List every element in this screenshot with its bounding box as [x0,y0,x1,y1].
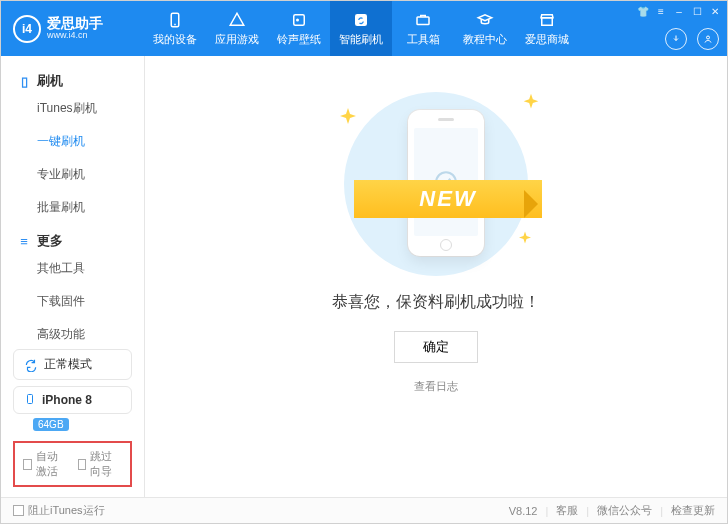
sidebar-item-advanced[interactable]: 高级功能 [1,318,144,341]
download-button[interactable] [665,28,687,50]
sidebar-item-one-key-flash[interactable]: 一键刷机 [1,125,144,158]
svg-point-7 [707,36,710,39]
store-icon [538,11,556,29]
app-name: 爱思助手 [47,16,103,30]
svg-rect-8 [28,395,33,404]
svg-rect-6 [542,17,553,25]
view-log-link[interactable]: 查看日志 [414,379,458,394]
version-label: V8.12 [509,505,538,517]
svg-rect-5 [417,17,429,25]
phone-outline-icon: ▯ [17,74,31,89]
toolbox-icon [414,11,432,29]
storage-badge: 64GB [33,418,69,431]
title-bar: i4 爱思助手 www.i4.cn 我的设备 应用游戏 铃声壁纸 智能刷机 [1,1,727,56]
device-name: iPhone 8 [42,393,92,407]
success-message: 恭喜您，保资料刷机成功啦！ [332,292,540,313]
body: ▯ 刷机 iTunes刷机 一键刷机 专业刷机 批量刷机 ≡ 更多 其他工具 下… [1,56,727,497]
new-ribbon: NEW [354,172,542,228]
sidebar-item-download-fw[interactable]: 下载固件 [1,285,144,318]
checkbox-label: 阻止iTunes运行 [28,503,105,518]
user-button[interactable] [697,28,719,50]
sparkle-icon [336,106,360,130]
svg-point-3 [296,18,299,21]
main-pane: NEW 恭喜您，保资料刷机成功啦！ 确定 查看日志 [145,56,727,497]
phone-small-icon [24,393,36,407]
sidebar-group-label: 更多 [37,232,63,250]
app-site: www.i4.cn [47,30,103,42]
tab-device[interactable]: 我的设备 [144,1,206,56]
ribbon-text: NEW [354,180,542,218]
sidebar: ▯ 刷机 iTunes刷机 一键刷机 专业刷机 批量刷机 ≡ 更多 其他工具 下… [1,56,145,497]
support-link[interactable]: 客服 [556,503,578,518]
status-bar: 阻止iTunes运行 V8.12 | 客服 | 微信公众号 | 检查更新 [1,497,727,523]
checkbox-label: 跳过向导 [90,449,122,479]
tab-label: 教程中心 [463,32,507,47]
window-controls: 👕 ≡ – ☐ ✕ [637,5,721,17]
sidebar-item-other-tools[interactable]: 其他工具 [1,252,144,285]
success-illustration: NEW [326,92,546,272]
tab-apps[interactable]: 应用游戏 [206,1,268,56]
sparkle-icon [516,230,534,248]
app-window: i4 爱思助手 www.i4.cn 我的设备 应用游戏 铃声壁纸 智能刷机 [0,0,728,524]
sync-icon [24,358,38,372]
wechat-link[interactable]: 微信公众号 [597,503,652,518]
checkbox-label: 自动激活 [36,449,68,479]
sidebar-group-more[interactable]: ≡ 更多 [1,224,144,252]
minimize-icon[interactable]: – [673,5,685,17]
header-actions [665,28,719,50]
logo: i4 爱思助手 www.i4.cn [1,15,144,43]
tab-label: 我的设备 [153,32,197,47]
tab-toolbox[interactable]: 工具箱 [392,1,454,56]
block-itunes-checkbox[interactable]: 阻止iTunes运行 [13,503,105,518]
phone-icon [166,11,184,29]
logo-icon: i4 [13,15,41,43]
sidebar-item-pro-flash[interactable]: 专业刷机 [1,158,144,191]
tab-label: 爱思商城 [525,32,569,47]
maximize-icon[interactable]: ☐ [691,5,703,17]
sidebar-item-itunes-flash[interactable]: iTunes刷机 [1,92,144,125]
skin-icon[interactable]: 👕 [637,5,649,17]
sidebar-group-label: 刷机 [37,72,63,90]
tab-label: 智能刷机 [339,32,383,47]
close-icon[interactable]: ✕ [709,5,721,17]
tab-tutorial[interactable]: 教程中心 [454,1,516,56]
refresh-icon [352,11,370,29]
tab-label: 应用游戏 [215,32,259,47]
device-mode-label: 正常模式 [44,356,92,373]
sparkle-icon [520,92,542,114]
tab-mall[interactable]: 爱思商城 [516,1,578,56]
tab-flash[interactable]: 智能刷机 [330,1,392,56]
top-tabs: 我的设备 应用游戏 铃声壁纸 智能刷机 工具箱 教程中心 [144,1,578,56]
sidebar-item-batch-flash[interactable]: 批量刷机 [1,191,144,224]
tab-label: 铃声壁纸 [277,32,321,47]
auto-activate-checkbox[interactable]: 自动激活 [23,449,68,479]
tab-ringwall[interactable]: 铃声壁纸 [268,1,330,56]
menu-icon[interactable]: ≡ [655,5,667,17]
device-selector[interactable]: iPhone 8 [13,386,132,414]
appstore-icon [228,11,246,29]
graduation-icon [476,11,494,29]
more-icon: ≡ [17,234,31,249]
ok-button[interactable]: 确定 [394,331,478,363]
tab-label: 工具箱 [407,32,440,47]
sidebar-group-flash[interactable]: ▯ 刷机 [1,64,144,92]
skip-guide-checkbox[interactable]: 跳过向导 [78,449,123,479]
music-image-icon [290,11,308,29]
options-highlight: 自动激活 跳过向导 [13,441,132,487]
device-mode[interactable]: 正常模式 [13,349,132,380]
check-update-link[interactable]: 检查更新 [671,503,715,518]
